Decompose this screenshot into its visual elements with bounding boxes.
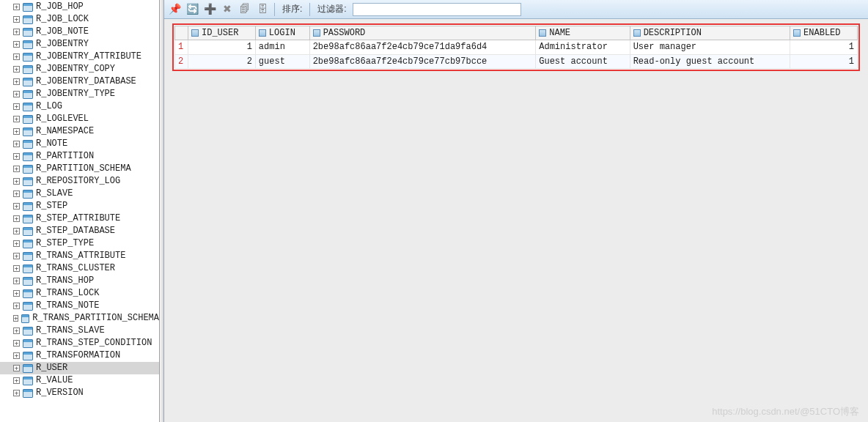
- expand-icon[interactable]: [13, 29, 20, 35]
- expand-icon[interactable]: [13, 16, 20, 23]
- tree-item-r_namespace[interactable]: R_NAMESPACE: [0, 125, 159, 138]
- expand-icon[interactable]: [13, 303, 20, 309]
- expand-icon[interactable]: [13, 377, 20, 384]
- expand-icon[interactable]: [13, 116, 20, 122]
- expand-icon[interactable]: [13, 166, 20, 172]
- col-password[interactable]: PASSWORD: [309, 26, 536, 40]
- tree-item-r_job_note[interactable]: R_JOB_NOTE: [0, 26, 159, 38]
- expand-icon[interactable]: [13, 215, 20, 222]
- tree-item-r_jobentry_attribute[interactable]: R_JOBENTRY_ATTRIBUTE: [0, 51, 159, 63]
- expand-icon[interactable]: [13, 153, 20, 160]
- filter-input[interactable]: [353, 3, 521, 16]
- expand-icon[interactable]: [13, 4, 20, 10]
- add-row-icon[interactable]: ➕: [202, 2, 217, 17]
- delete-row-icon[interactable]: ✖: [220, 2, 235, 17]
- expand-icon[interactable]: [13, 203, 20, 210]
- tree-item-r_step_database[interactable]: R_STEP_DATABASE: [0, 225, 159, 237]
- cell-id_user[interactable]: 2: [188, 54, 256, 68]
- expand-icon[interactable]: [13, 390, 20, 396]
- col-login[interactable]: LOGIN: [255, 26, 309, 40]
- tree-item-r_step[interactable]: R_STEP: [0, 200, 159, 212]
- tree-item-r_log[interactable]: R_LOG: [0, 100, 159, 113]
- tree-item-r_trans_lock[interactable]: R_TRANS_LOCK: [0, 287, 159, 300]
- refresh-icon[interactable]: 🔄: [185, 2, 199, 17]
- tree-item-r_trans_partition_schema[interactable]: R_TRANS_PARTITION_SCHEMA: [0, 312, 159, 325]
- tree-item-r_step_type[interactable]: R_STEP_TYPE: [0, 237, 159, 250]
- cell-description[interactable]: Read-only guest account: [630, 54, 790, 68]
- commit-icon[interactable]: 🗄: [255, 2, 270, 17]
- expand-icon[interactable]: [13, 352, 20, 359]
- tree-item-r_partition_schema[interactable]: R_PARTITION_SCHEMA: [0, 163, 159, 175]
- tree-item-r_user[interactable]: R_USER: [0, 362, 159, 374]
- tree-item-r_jobentry_database[interactable]: R_JOBENTRY_DATABASE: [0, 75, 159, 88]
- tree-item-r_version[interactable]: R_VERSION: [0, 387, 159, 399]
- expand-icon[interactable]: [13, 141, 20, 147]
- cell-description[interactable]: User manager: [630, 40, 790, 54]
- tree-item-r_loglevel[interactable]: R_LOGLEVEL: [0, 113, 159, 125]
- tree-item-r_trans_slave[interactable]: R_TRANS_SLAVE: [0, 325, 159, 337]
- col-description[interactable]: DESCRIPTION: [630, 26, 790, 40]
- tree-item-r_repository_log[interactable]: R_REPOSITORY_LOG: [0, 175, 159, 188]
- table-row[interactable]: 11admin2be98afc86aa7f2e4cb79ce71da9fa6d4…: [175, 40, 858, 54]
- expand-icon[interactable]: [13, 265, 20, 272]
- tree-item-r_partition[interactable]: R_PARTITION: [0, 150, 159, 163]
- col-enabled[interactable]: ENABLED: [790, 26, 858, 40]
- tree-item-r_trans_cluster[interactable]: R_TRANS_CLUSTER: [0, 262, 159, 275]
- tree-item-r_transformation[interactable]: R_TRANSFORMATION: [0, 349, 159, 362]
- cell-name[interactable]: Administrator: [536, 40, 630, 54]
- cell-password[interactable]: 2be98afc86aa7f2e4cb79ce71da9fa6d4: [309, 40, 536, 54]
- tree-item-r_note[interactable]: R_NOTE: [0, 138, 159, 150]
- expand-icon[interactable]: [13, 278, 20, 284]
- expand-icon[interactable]: [13, 103, 20, 110]
- cell-name[interactable]: Guest account: [536, 54, 630, 68]
- expand-icon[interactable]: [13, 253, 20, 259]
- table-row[interactable]: 22guest2be98afc86aa7f2e4cb79ce77cb97bcce…: [175, 54, 858, 68]
- tree-item-r_jobentry_copy[interactable]: R_JOBENTRY_COPY: [0, 63, 159, 75]
- expand-icon[interactable]: [13, 178, 20, 185]
- expand-icon[interactable]: [13, 290, 20, 297]
- expand-icon[interactable]: [13, 228, 20, 234]
- tree-item-r_value[interactable]: R_VALUE: [0, 374, 159, 387]
- tree-item-r_job_hop[interactable]: R_JOB_HOP: [0, 1, 159, 13]
- tree-item-label: R_JOB_HOP: [36, 1, 84, 12]
- expand-icon[interactable]: [13, 190, 20, 197]
- tree-item-r_jobentry[interactable]: R_JOBENTRY: [0, 38, 159, 51]
- tree-item-r_trans_note[interactable]: R_TRANS_NOTE: [0, 300, 159, 312]
- expand-icon[interactable]: [13, 315, 18, 322]
- expand-icon[interactable]: [13, 128, 20, 135]
- tree-item-r_job_lock[interactable]: R_JOB_LOCK: [0, 13, 159, 26]
- tree-item-r_trans_step_condition[interactable]: R_TRANS_STEP_CONDITION: [0, 337, 159, 349]
- col-name[interactable]: NAME: [536, 26, 630, 40]
- cell-login[interactable]: admin: [255, 40, 309, 54]
- expand-icon[interactable]: [13, 66, 20, 73]
- tree-item-r_jobentry_type[interactable]: R_JOBENTRY_TYPE: [0, 88, 159, 100]
- expand-icon[interactable]: [13, 53, 20, 60]
- tree-item-r_step_attribute[interactable]: R_STEP_ATTRIBUTE: [0, 212, 159, 225]
- expand-icon[interactable]: [13, 41, 20, 48]
- expand-icon[interactable]: [13, 340, 20, 347]
- cell-id_user[interactable]: 1: [188, 40, 256, 54]
- tree-item-label: R_STEP: [36, 201, 67, 211]
- col-id_user[interactable]: ID_USER: [188, 26, 256, 40]
- expand-icon[interactable]: [13, 240, 20, 247]
- data-grid[interactable]: ID_USERLOGINPASSWORDNAMEDESCRIPTIONENABL…: [174, 26, 858, 69]
- cell-password[interactable]: 2be98afc86aa7f2e4cb79ce77cb97bcce: [309, 54, 536, 68]
- tree-item-label: R_JOBENTRY: [36, 39, 89, 49]
- tree-item-label: R_TRANS_HOP: [36, 275, 94, 286]
- expand-icon[interactable]: [13, 78, 20, 85]
- cell-login[interactable]: guest: [255, 54, 309, 68]
- cell-enabled[interactable]: 1: [790, 54, 858, 68]
- pin-icon[interactable]: 📌: [167, 2, 182, 17]
- expand-icon[interactable]: [13, 365, 20, 371]
- copy-icon[interactable]: 🗐: [238, 2, 252, 17]
- table-icon: [23, 152, 33, 161]
- tree-item-r_trans_attribute[interactable]: R_TRANS_ATTRIBUTE: [0, 250, 159, 262]
- tree-item-r_trans_hop[interactable]: R_TRANS_HOP: [0, 275, 159, 287]
- table-icon: [23, 277, 33, 286]
- table-icon: [23, 389, 33, 398]
- tree-item-r_slave[interactable]: R_SLAVE: [0, 188, 159, 200]
- expand-icon[interactable]: [13, 91, 20, 97]
- cell-enabled[interactable]: 1: [790, 40, 858, 54]
- expand-icon[interactable]: [13, 327, 20, 334]
- tree-pane[interactable]: R_JOB_HOPR_JOB_LOCKR_JOB_NOTER_JOBENTRYR…: [0, 0, 160, 422]
